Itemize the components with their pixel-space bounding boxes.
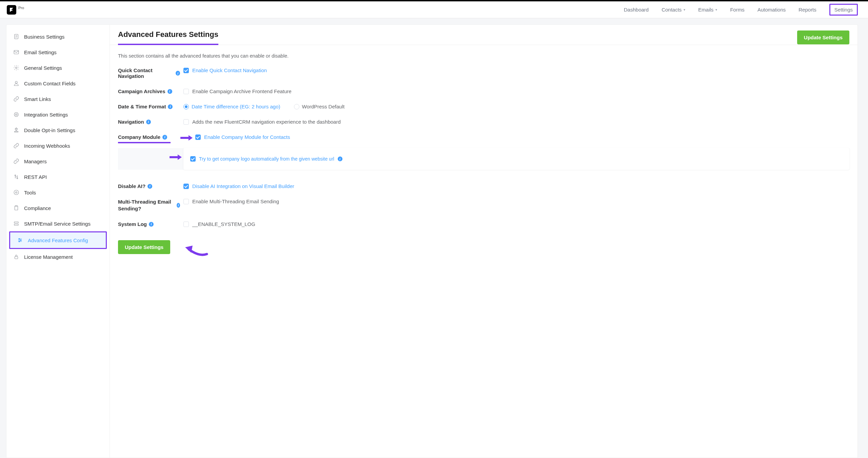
info-icon[interactable]: i: [168, 104, 173, 109]
app-logo[interactable]: Pro: [7, 5, 24, 15]
top-nav: Dashboard Contacts▾ Emails▾ Forms Automa…: [624, 4, 858, 16]
annotation-arrow-icon: [169, 153, 182, 162]
field-label: System Log: [118, 221, 147, 227]
sidebar-item-label: Custom Contact Fields: [24, 81, 76, 86]
svg-point-13: [16, 192, 17, 193]
link-icon: [13, 96, 19, 102]
company-module-checkbox[interactable]: [195, 134, 201, 140]
svg-point-22: [20, 240, 21, 241]
row-navigation: Navigationi Adds the new FluentCRM navig…: [118, 119, 849, 125]
sidebar-item-integration-settings[interactable]: Integration Settings: [6, 107, 110, 122]
sidebar-item-label: Double Opt-in Settings: [24, 127, 75, 133]
info-icon[interactable]: i: [147, 184, 152, 189]
system-log-checkbox[interactable]: [183, 222, 189, 227]
field-label: Quick Contact Navigation: [118, 67, 174, 79]
main-panel: Advanced Features Settings Update Settin…: [110, 24, 858, 458]
sidebar-item-compliance[interactable]: Compliance: [6, 200, 110, 216]
field-label: Navigation: [118, 119, 144, 125]
topbar: Pro Dashboard Contacts▾ Emails▾ Forms Au…: [0, 1, 868, 18]
svg-rect-15: [16, 206, 17, 207]
option-label[interactable]: __ENABLE_SYSTEM_LOG: [192, 221, 255, 227]
sidebar-item-label: Advanced Features Config: [28, 237, 88, 243]
api-icon: [13, 174, 19, 180]
sidebar-item-smart-links[interactable]: Smart Links: [6, 91, 110, 107]
link-icon: [13, 158, 19, 164]
tools-icon: [13, 189, 19, 195]
datetime-radio-diff[interactable]: [183, 104, 189, 109]
section-description: This section contains all the advanced f…: [118, 53, 849, 59]
field-label: Company Module: [118, 134, 160, 140]
svg-point-21: [19, 238, 20, 240]
info-icon[interactable]: i: [162, 135, 167, 140]
campaign-archives-checkbox[interactable]: [183, 89, 189, 94]
sidebar-item-label: Integration Settings: [24, 112, 68, 118]
info-icon[interactable]: i: [177, 203, 180, 208]
sidebar-item-email-settings[interactable]: Email Settings: [6, 44, 110, 60]
option-label[interactable]: Try to get company logo automatically fr…: [199, 156, 334, 162]
sidebar-item-label: Smart Links: [24, 96, 51, 102]
sidebar-item-label: Incoming Webhooks: [24, 143, 70, 149]
navigation-checkbox[interactable]: [183, 119, 189, 125]
svg-point-6: [15, 81, 17, 83]
sliders-icon: [17, 237, 23, 243]
row-company-module-nested: Try to get company logo automatically fr…: [118, 148, 849, 170]
quick-contact-checkbox[interactable]: [183, 68, 189, 73]
svg-point-8: [14, 112, 18, 117]
option-label[interactable]: Adds the new FluentCRM navigation experi…: [192, 119, 341, 125]
nav-reports[interactable]: Reports: [798, 7, 816, 13]
option-label[interactable]: Disable AI Integration on Visual Email B…: [192, 183, 294, 189]
nav-emails[interactable]: Emails▾: [698, 7, 717, 13]
option-label[interactable]: Enable Multi-Threading Email Sending: [192, 199, 279, 204]
sidebar-item-incoming-webhooks[interactable]: Incoming Webhooks: [6, 138, 110, 153]
sidebar-item-smtp[interactable]: SMTP/Email Service Settings: [6, 216, 110, 231]
sidebar-item-custom-contact-fields[interactable]: Custom Contact Fields: [6, 76, 110, 91]
datetime-radio-wp[interactable]: [294, 104, 299, 109]
sidebar-item-label: Managers: [24, 159, 47, 164]
option-label[interactable]: WordPress Default: [302, 104, 345, 109]
field-label: Multi-Threading Email Sending?: [118, 199, 175, 212]
sidebar-item-advanced-features[interactable]: Advanced Features Config: [10, 232, 106, 248]
settings-sidebar: Business Settings Email Settings General…: [6, 24, 110, 458]
sidebar-item-tools[interactable]: Tools: [6, 185, 110, 200]
nav-settings[interactable]: Settings: [834, 7, 853, 13]
disable-ai-checkbox[interactable]: [183, 184, 189, 189]
option-label[interactable]: Date Time difference (EG: 2 hours ago): [192, 104, 280, 109]
info-icon[interactable]: i: [167, 89, 172, 94]
nav-dashboard[interactable]: Dashboard: [624, 7, 649, 13]
svg-rect-17: [14, 224, 18, 226]
sidebar-item-double-optin[interactable]: Double Opt-in Settings: [6, 122, 110, 138]
info-icon[interactable]: i: [176, 71, 180, 76]
update-settings-button-bottom[interactable]: Update Settings: [118, 240, 170, 254]
sidebar-item-rest-api[interactable]: REST API: [6, 169, 110, 185]
clipboard-icon: [13, 205, 19, 211]
update-settings-button[interactable]: Update Settings: [797, 30, 849, 44]
link-icon: [13, 143, 19, 149]
pro-badge: Pro: [18, 6, 24, 10]
sidebar-item-general-settings[interactable]: General Settings: [6, 60, 110, 76]
svg-point-12: [14, 190, 19, 195]
svg-rect-16: [14, 222, 18, 223]
svg-rect-9: [15, 131, 18, 132]
company-logo-auto-checkbox[interactable]: [190, 156, 196, 162]
info-icon[interactable]: i: [338, 157, 342, 161]
document-icon: [13, 34, 19, 40]
sidebar-item-license[interactable]: License Management: [6, 249, 110, 265]
svg-point-5: [16, 67, 17, 69]
nav-automations[interactable]: Automations: [757, 7, 786, 13]
option-label[interactable]: Enable Quick Contact Navigation: [192, 67, 267, 73]
sidebar-item-managers[interactable]: Managers: [6, 153, 110, 169]
nav-settings-highlighted: Settings: [829, 4, 858, 16]
option-label[interactable]: Enable Campaign Archive Frontend Feature: [192, 88, 292, 94]
option-label[interactable]: Enable Company Module for Contacts: [204, 134, 290, 140]
upload-icon: [13, 127, 19, 133]
gear-icon: [13, 65, 19, 71]
nav-forms[interactable]: Forms: [730, 7, 745, 13]
info-icon[interactable]: i: [146, 120, 151, 124]
nav-contacts[interactable]: Contacts▾: [662, 7, 685, 13]
info-icon[interactable]: i: [149, 222, 154, 227]
sidebar-item-label: General Settings: [24, 65, 62, 71]
sidebar-item-business-settings[interactable]: Business Settings: [6, 29, 110, 44]
multi-thread-checkbox[interactable]: [183, 199, 189, 204]
svg-rect-4: [14, 50, 19, 54]
sidebar-item-label: Business Settings: [24, 34, 64, 40]
